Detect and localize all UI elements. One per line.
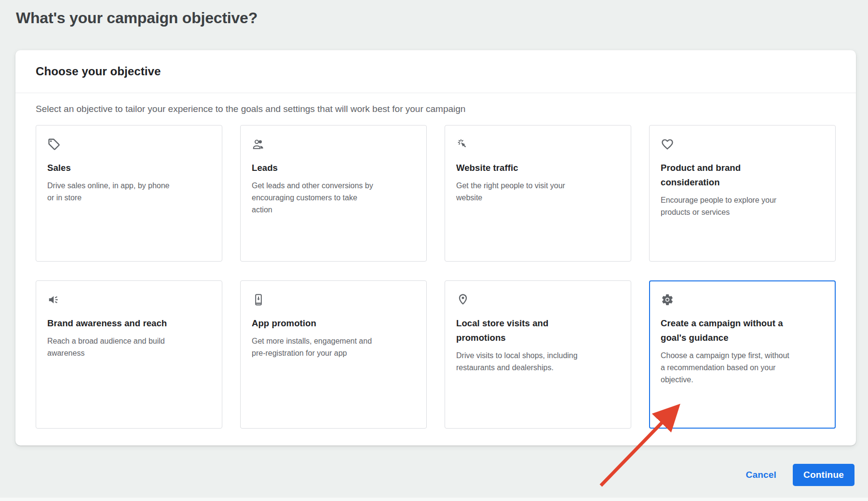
objective-card-leads[interactable]: Leads Get leads and other conversions by… [240, 125, 427, 262]
objective-card-description: Choose a campaign type first, without a … [661, 349, 824, 386]
objective-card-brand-awareness-reach[interactable]: Brand awareness and reach Reach a broad … [36, 280, 222, 429]
location-pin-icon [456, 293, 470, 306]
objective-card-product-brand-consideration[interactable]: Product and brand consideration Encourag… [649, 125, 836, 262]
objective-card-title: Leads [252, 161, 396, 175]
bottom-edge-strip [0, 498, 868, 501]
objective-card-description: Get more installs, engagement and pre-re… [252, 335, 415, 359]
panel-header: Choose your objective [15, 50, 856, 93]
objective-card-title: Website traffic [456, 161, 601, 175]
gear-icon [661, 293, 674, 306]
megaphone-icon [47, 293, 61, 306]
objective-card-title: Brand awareness and reach [47, 316, 192, 331]
dialog-footer: Cancel Continue [746, 464, 854, 486]
continue-button[interactable]: Continue [793, 464, 854, 486]
heart-icon [661, 138, 674, 151]
objective-card-description: Encourage people to explore your product… [661, 194, 824, 218]
objective-card-website-traffic[interactable]: Website traffic Get the right people to … [445, 125, 631, 262]
objective-card-title: Create a campaign without a goal's guida… [661, 316, 805, 345]
objective-card-no-goal-guidance[interactable]: Create a campaign without a goal's guida… [649, 280, 836, 429]
cancel-button[interactable]: Cancel [746, 470, 777, 480]
page-title: What's your campaign objective? [16, 8, 258, 28]
cursor-click-icon [456, 138, 470, 151]
objective-card-title: Local store visits and promotions [456, 316, 601, 345]
panel-subtitle: Select an objective to tailor your exper… [36, 103, 836, 115]
objective-card-title: Sales [47, 161, 192, 175]
objective-card-description: Get leads and other conversions by encou… [252, 180, 415, 216]
objective-card-sales[interactable]: Sales Drive sales online, in app, by pho… [36, 125, 222, 262]
objective-card-local-store-visits[interactable]: Local store visits and promotions Drive … [445, 280, 631, 429]
objective-card-description: Drive visits to local shops, including r… [456, 349, 620, 374]
objective-card-description: Reach a broad audience and build awarene… [47, 335, 211, 359]
objective-card-title: App promotion [252, 316, 396, 331]
objective-grid: Sales Drive sales online, in app, by pho… [36, 125, 836, 429]
app-install-icon [252, 293, 265, 306]
tag-icon [47, 138, 61, 151]
objective-card-description: Drive sales online, in app, by phone or … [47, 180, 211, 204]
objective-card-app-promotion[interactable]: App promotion Get more installs, engagem… [240, 280, 427, 429]
objective-card-description: Get the right people to visit your websi… [456, 180, 620, 204]
objective-card-title: Product and brand consideration [661, 161, 805, 190]
choose-objective-panel: Choose your objective Select an objectiv… [15, 50, 856, 445]
people-icon [252, 138, 265, 151]
